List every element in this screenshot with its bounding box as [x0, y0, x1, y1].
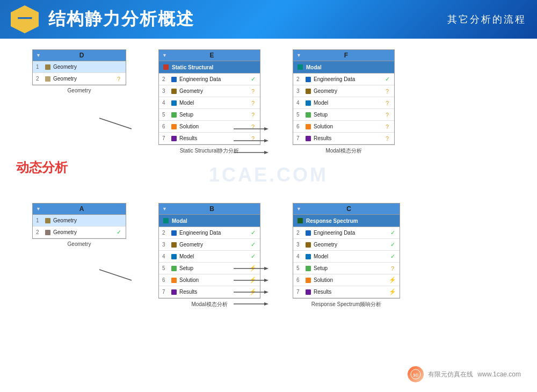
geo-icon	[44, 63, 52, 71]
top-diagram-section: ▼ D 1 Geometry 2 Geometry ?	[16, 49, 521, 155]
box-e-label: E	[167, 52, 257, 59]
box-e-row-2: 2 Engineering Data ✓	[159, 74, 260, 85]
box-e: ▼ E Static Structural 2 Engineering Data…	[158, 49, 260, 145]
dynamic-analysis-label: 动态分析	[16, 161, 68, 175]
box-a-row-1: 1 Geometry	[33, 215, 126, 227]
results-icon4	[304, 288, 312, 296]
results-icon2	[304, 135, 312, 142]
eng-icon3	[170, 229, 178, 237]
hexagon-badge: 一	[11, 5, 39, 33]
box-c-wrapper: ▼ C Response Spectrum 2 Engineering Data…	[293, 203, 400, 308]
page-subtitle: 其它分析的流程	[447, 13, 526, 26]
box-b-header: ▼ B	[159, 204, 260, 215]
box-c-label: C	[301, 205, 396, 213]
box-a-row2-status: ✓	[115, 229, 122, 236]
box-e-row5-status: ?	[249, 112, 257, 118]
box-c-row5-text: Setup	[314, 265, 387, 271]
box-f-row-4: 4 Model ?	[293, 97, 394, 109]
box-c-header: ▼ C	[293, 204, 400, 215]
svg-rect-37	[306, 278, 311, 283]
box-a-row1-text: Geometry	[53, 217, 122, 223]
eng-icon4	[304, 229, 312, 237]
static-icon	[162, 63, 170, 71]
box-f-row-6: 6 Solution ?	[293, 121, 394, 133]
box-e-row-6: 6 Solution ?	[159, 121, 260, 133]
geo-icon6	[44, 229, 52, 236]
box-c-row6-text: Solution	[314, 277, 387, 283]
box-e-row-7: 7 Results ?	[159, 133, 260, 144]
box-d-row-1: 1 Geometry	[33, 61, 126, 73]
box-a: ▼ A 1 Geometry 2 Geometry ✓	[32, 203, 126, 239]
bottom-diagram-section: ▼ A 1 Geometry 2 Geometry ✓	[16, 203, 521, 308]
box-c-row7-text: Results	[314, 289, 387, 295]
svg-rect-35	[306, 254, 311, 259]
box-d-caption: Geometry	[68, 88, 91, 93]
box-f-row2-status: ✓	[383, 76, 391, 83]
svg-rect-4	[171, 89, 177, 94]
box-b-row3-status: ✓	[249, 241, 257, 248]
box-e-row-4: 4 Model ?	[159, 97, 260, 109]
box-b-row4-status: ✓	[249, 253, 257, 260]
box-a-wrapper: ▼ A 1 Geometry 2 Geometry ✓	[32, 203, 126, 247]
eng-icon2	[304, 76, 312, 83]
box-f-title-text: Modal	[306, 64, 322, 70]
solution-icon2	[304, 123, 312, 130]
svg-rect-11	[306, 89, 311, 94]
box-e-header: ▼ E	[159, 50, 260, 61]
geo-icon3	[170, 88, 178, 95]
box-e-row5-text: Setup	[179, 112, 248, 118]
eng-icon	[170, 76, 178, 83]
box-c-row4-text: Model	[314, 253, 387, 259]
box-c-row-6: 6 Solution ⚡	[293, 274, 400, 286]
svg-rect-23	[45, 218, 50, 223]
box-e-row2-text: Engineering Data	[179, 76, 248, 82]
box-f-row5-text: Setup	[314, 112, 382, 118]
box-c: ▼ C Response Spectrum 2 Engineering Data…	[293, 203, 400, 299]
box-f-row4-status: ?	[383, 100, 391, 106]
box-f-row5-status: ?	[383, 112, 391, 118]
box-b-title-text: Modal	[172, 218, 187, 224]
box-e-row3-text: Geometry	[179, 88, 248, 94]
box-c-title: Response Spectrum	[293, 215, 400, 227]
box-c-row-7: 7 Results ⚡	[293, 286, 400, 298]
box-b: ▼ B Modal 2 Engineering Data ✓	[158, 203, 260, 299]
box-c-row-5: 5 Setup ?	[293, 263, 400, 274]
box-d-header: ▼ D	[33, 50, 126, 61]
svg-rect-28	[171, 254, 177, 259]
geo-icon4	[304, 88, 312, 95]
box-f-label: F	[301, 52, 391, 59]
results-icon3	[170, 288, 178, 296]
svg-rect-3	[171, 77, 177, 82]
box-d-wrapper: ▼ D 1 Geometry 2 Geometry ?	[32, 49, 126, 93]
box-b-row-2: 2 Engineering Data ✓	[159, 227, 260, 239]
section-label-top: 动态分析	[16, 159, 68, 176]
model-icon	[170, 99, 178, 107]
box-e-title-text: Static Structural	[172, 64, 213, 70]
spectrum-icon	[296, 217, 304, 224]
modal-icon	[296, 63, 304, 71]
geo-icon8	[304, 241, 312, 249]
page-header: 一 结构静力分析概述 其它分析的流程	[0, 0, 537, 39]
box-e-row4-text: Model	[179, 100, 248, 106]
svg-rect-32	[297, 218, 303, 223]
box-d-label: D	[41, 52, 122, 59]
bottom-logo-area: 1C 有限元仿真在线 www.1cae.com	[408, 366, 521, 382]
box-e-wrapper: ▼ E Static Structural 2 Engineering Data…	[158, 49, 260, 155]
box-b-title: Modal	[159, 215, 260, 227]
box-d-row2-text: Geometry	[53, 76, 113, 82]
box-e-row7-status: ?	[249, 135, 257, 142]
svg-rect-10	[306, 77, 311, 82]
box-c-row7-status: ⚡	[389, 288, 396, 295]
box-f-row7-text: Results	[314, 135, 382, 141]
box-b-row-3: 3 Geometry ✓	[159, 239, 260, 251]
svg-rect-33	[306, 230, 311, 236]
box-a-label: A	[41, 205, 122, 213]
box-c-row2-text: Engineering Data	[314, 230, 387, 236]
box-c-caption: Response Spectrum频响分析	[311, 301, 382, 308]
box-c-row-2: 2 Engineering Data ✓	[293, 227, 400, 239]
svg-rect-14	[306, 124, 311, 129]
setup-icon2	[304, 111, 312, 119]
box-b-row6-status: ⚡	[249, 277, 257, 284]
geo-icon2	[44, 75, 52, 83]
box-c-row-3: 3 Geometry ✓	[293, 239, 400, 251]
